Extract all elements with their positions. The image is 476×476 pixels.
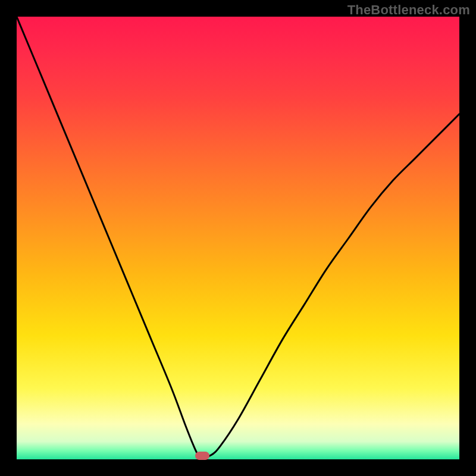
watermark-text: TheBottleneck.com	[347, 2, 470, 18]
curve-svg	[17, 17, 459, 459]
plot-area	[17, 17, 459, 459]
outer-frame: TheBottleneck.com	[0, 0, 476, 476]
minimum-marker	[195, 452, 209, 460]
bottleneck-curve	[17, 17, 459, 457]
